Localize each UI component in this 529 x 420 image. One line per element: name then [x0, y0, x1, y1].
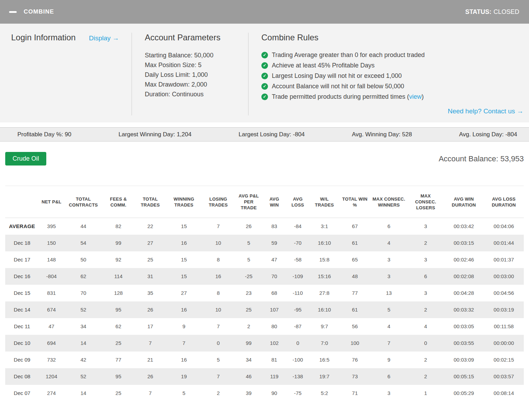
table-cell: 25	[134, 251, 166, 268]
table-cell: 100	[339, 335, 370, 352]
table-cell: 17	[134, 318, 166, 335]
view-link[interactable]: view	[409, 93, 422, 100]
combine-rules-list: ✓ Trading Average greater than 0 for eac…	[261, 51, 523, 103]
table-cell: 16	[166, 352, 202, 368]
display-link[interactable]: Display →	[89, 34, 119, 42]
table-cell: 1	[408, 385, 444, 402]
table-cell: 7:0	[309, 335, 340, 352]
rule-text: Largest Losing Day will not hit or excee…	[272, 72, 402, 80]
status-label: STATUS:	[465, 8, 491, 15]
column-header: MAX CONSEC. WINNERS	[370, 186, 408, 218]
table-cell: 82	[103, 218, 134, 235]
table-cell: 16	[202, 268, 235, 285]
table-cell: 15	[166, 218, 202, 235]
table-row: AVERAGE3954482221572683-843:1676300:03:4…	[5, 218, 524, 235]
table-cell: -138	[286, 368, 309, 385]
column-header: TOTAL CONTRACTS	[64, 186, 103, 218]
table-cell: 46	[235, 368, 262, 385]
table-cell: 9	[370, 352, 408, 368]
column-header: NET P&L	[39, 186, 64, 218]
table-cell: 6	[370, 218, 408, 235]
login-information-section: Login Information Display →	[11, 33, 132, 115]
table-cell: 95	[103, 368, 134, 385]
table-cell: 3	[408, 285, 444, 301]
table-cell: -58	[286, 251, 309, 268]
rule-item: ✓ Trade permitted products during permit…	[261, 93, 523, 101]
table-row: Dec 114734621797280-879:7564400:03:0500:…	[5, 318, 524, 335]
table-cell: -109	[286, 268, 309, 285]
table-cell: 00:01:37	[484, 251, 524, 268]
table-cell: 23	[235, 285, 262, 301]
table-cell: 00:02:08	[444, 268, 484, 285]
table-row: Dec 16-80462114311516-2570-10915:1648360…	[5, 268, 524, 285]
table-cell: -84	[286, 218, 309, 235]
info-panel: Login Information Display → Account Para…	[0, 24, 529, 122]
table-cell: 00:04:28	[444, 285, 484, 301]
table-cell: 59	[262, 235, 286, 251]
table-cell: 99	[235, 335, 262, 352]
rule-item: ✓ Largest Losing Day will not hit or exc…	[261, 72, 523, 80]
contact-us-link[interactable]: Need help? Contact us →	[448, 107, 523, 115]
table-cell: 52	[64, 368, 103, 385]
table-cell: 25	[235, 301, 262, 318]
table-cell: 16	[166, 235, 202, 251]
table-cell: 00:05:29	[444, 385, 484, 402]
stat-largest-losing-day: Largest Losing Day: -804	[239, 131, 305, 138]
table-cell: 70	[64, 285, 103, 301]
rule-text: Account Balance will not hit or fall bel…	[272, 82, 404, 90]
table-cell: 128	[103, 285, 134, 301]
account-balance: Account Balance: 53,953	[439, 154, 524, 163]
table-cell: 39	[235, 385, 262, 402]
table-cell: -75	[286, 385, 309, 402]
check-icon: ✓	[261, 94, 268, 100]
table-cell: 00:00:00	[484, 335, 524, 352]
minimize-icon[interactable]	[9, 11, 17, 13]
table-cell: 7	[166, 335, 202, 352]
rule-item: ✓ Trading Average greater than 0 for eac…	[261, 51, 523, 59]
stat-avg-winning-day: Avg. Winning Day: 528	[352, 131, 412, 138]
table-cell: 3	[370, 251, 408, 268]
stat-avg-losing-day: Avg. Losing Day: -804	[459, 131, 517, 138]
column-header: AVG P&L PER TRADE	[235, 186, 262, 218]
table-cell: 5	[370, 301, 408, 318]
row-label: Dec 11	[5, 318, 39, 335]
table-cell: 73	[339, 368, 370, 385]
column-header: FEES & COMM.	[103, 186, 134, 218]
table-cell: 2	[202, 385, 235, 402]
table-cell: 2	[408, 235, 444, 251]
table-cell: 27:8	[309, 285, 340, 301]
table-cell: 00:04:56	[484, 285, 524, 301]
table-cell: 34	[235, 352, 262, 368]
row-label: Dec 08	[5, 368, 39, 385]
table-row: Dec 0727414257523990-755:2713100:05:2900…	[5, 385, 524, 402]
login-information-title: Login Information	[11, 33, 76, 43]
table-cell: 15	[166, 251, 202, 268]
table-cell: 13	[370, 285, 408, 301]
combine-rules-title: Combine Rules	[261, 33, 523, 43]
table-cell: 102	[262, 335, 286, 352]
table-cell: 694	[39, 335, 64, 352]
table-cell: 00:02:15	[484, 352, 524, 368]
daily-stats-table: NET P&LTOTAL CONTRACTSFEES & COMM.TOTAL …	[5, 186, 524, 402]
column-header: AVG WIN DURATION	[444, 186, 484, 218]
table-cell: 00:03:15	[444, 235, 484, 251]
table-cell: 76	[339, 352, 370, 368]
table-cell: 19	[166, 368, 202, 385]
table-cell: 99	[103, 235, 134, 251]
stat-profitable-day-pct: Profitable Day %: 90	[17, 131, 71, 138]
table-cell: 3:1	[309, 218, 340, 235]
table-cell: 26	[134, 301, 166, 318]
table-cell: 00:03:57	[484, 368, 524, 385]
crude-oil-button[interactable]: Crude Oil	[5, 152, 46, 165]
table-cell: 61	[339, 301, 370, 318]
rule-item: ✓ Achieve at least 45% Profitable Days	[261, 62, 523, 70]
table-cell: 674	[39, 301, 64, 318]
table-cell: 16	[166, 301, 202, 318]
table-cell: 10	[202, 301, 235, 318]
table-cell: 4	[370, 318, 408, 335]
row-label: Dec 07	[5, 385, 39, 402]
account-parameters-section: Account Parameters Starting Balance: 50,…	[132, 33, 248, 115]
column-header: WINNING TRADES	[166, 186, 202, 218]
row-label: Dec 17	[5, 251, 39, 268]
column-header: MAX CONSEC. LOSERS	[408, 186, 444, 218]
